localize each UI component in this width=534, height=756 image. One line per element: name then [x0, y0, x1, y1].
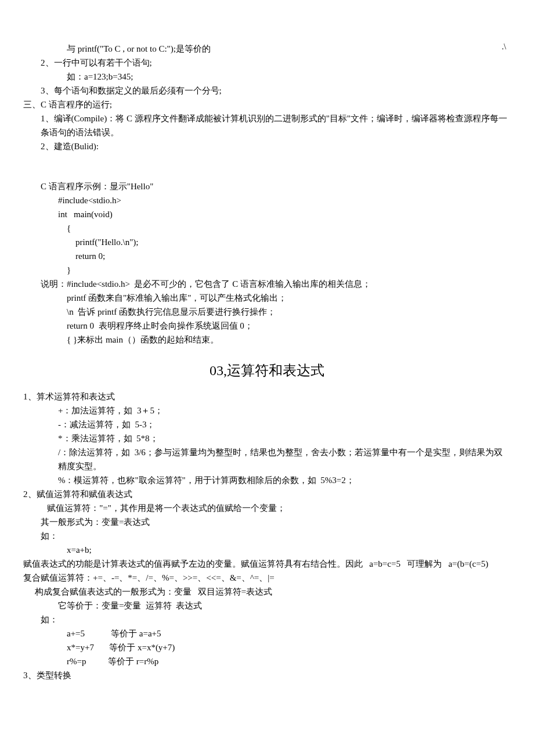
text-line: \n 告诉 printf 函数执行完信息显示后要进行换行操作； — [23, 305, 511, 319]
text-line: 赋值运算符："="，其作用是将一个表达式的值赋给一个变量； — [23, 501, 511, 515]
text-line: C 语言程序示例：显示"Hello" — [23, 179, 511, 193]
text-line: 与 printf("To C , or not to C:");是等价的 — [23, 42, 511, 56]
text-line: 如： — [23, 613, 511, 627]
code-line: } — [23, 263, 511, 277]
text-line: -：减法运算符，如 5-3； — [23, 417, 511, 431]
code-line: a+=5 等价于 a=a+5 — [23, 627, 511, 640]
code-line: x*=y+7 等价于 x=x*(y+7) — [23, 640, 511, 654]
text-line: 1、编译(Compile)：将 C 源程序文件翻译成能被计算机识别的二进制形式的… — [23, 111, 511, 139]
text-line: 2、建造(Bulid): — [23, 139, 511, 153]
text-line: 2、一行中可以有若干个语句; — [23, 56, 511, 70]
text-line: /：除法运算符，如 3/6；参与运算量均为整型时，结果也为整型，舍去小数；若运算… — [23, 445, 511, 473]
section-title: 03,运算符和表达式 — [23, 359, 511, 381]
code-line: r%=p 等价于 r=r%p — [23, 654, 511, 668]
text-line: 赋值表达式的功能是计算表达式的值再赋予左边的变量。赋值运算符具有右结合性。因此 … — [23, 557, 511, 571]
text-line: { }来标出 main（）函数的起始和结束。 — [23, 333, 511, 347]
page-marker: .\ — [502, 41, 506, 53]
code-line: printf("Hello.\n"); — [23, 235, 511, 249]
text-line: 如： — [23, 529, 511, 543]
text-line: 如：a=123;b=345; — [23, 70, 511, 84]
text-line: 说明：#include<stdio.h> 是必不可少的，它包含了 C 语言标准输… — [23, 277, 511, 291]
code-line: #include<stdio.h> — [23, 193, 511, 207]
text-line: 它等价于：变量=变量 运算符 表达式 — [23, 599, 511, 613]
code-line: return 0; — [23, 249, 511, 263]
text-line: *：乘法运算符，如 5*8； — [23, 431, 511, 445]
text-line: 3、类型转换 — [23, 668, 511, 682]
text-line: 1、算术运算符和表达式 — [23, 390, 511, 404]
code-line: { — [23, 221, 511, 235]
code-line: x=a+b; — [23, 543, 511, 557]
text-line: 构成复合赋值表达式的一般形式为：变量 双目运算符=表达式 — [23, 585, 511, 599]
text-line: 三、C 语言程序的运行; — [23, 98, 511, 111]
text-line: 复合赋值运算符：+=、-=、*=、/=、%=、>>=、<<=、&=、^=、|= — [23, 571, 511, 585]
text-line: return 0 表明程序终止时会向操作系统返回值 0； — [23, 319, 511, 333]
text-line: 3、每个语句和数据定义的最后必须有一个分号; — [23, 84, 511, 98]
text-line: 其一般形式为：变量=表达式 — [23, 515, 511, 529]
text-line: %：模运算符，也称"取余运算符"，用于计算两数相除后的余数，如 5%3=2； — [23, 473, 511, 487]
code-line: int main(void) — [23, 207, 511, 221]
text-line: +：加法运算符，如 3＋5； — [23, 404, 511, 417]
text-line: printf 函数来自"标准输入输出库"，可以产生格式化输出； — [23, 291, 511, 305]
text-line: 2、赋值运算符和赋值表达式 — [23, 487, 511, 501]
